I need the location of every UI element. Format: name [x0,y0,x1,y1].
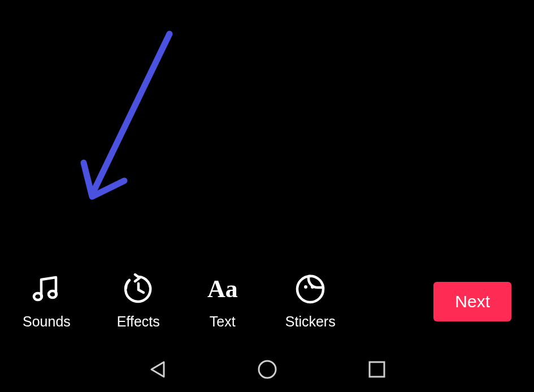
svg-point-2 [304,285,307,289]
nav-recent-button[interactable] [364,357,389,382]
stickers-label: Stickers [285,313,336,330]
android-nav-bar [0,347,534,392]
effects-label: Effects [117,313,160,330]
effects-tool[interactable]: Effects [117,273,160,330]
sticker-face-icon [294,273,327,306]
svg-point-3 [311,285,314,289]
recent-square-icon [367,359,387,380]
next-button[interactable]: Next [433,282,511,321]
sounds-label: Sounds [23,313,71,330]
svg-point-1 [49,291,57,298]
svg-rect-5 [370,362,384,377]
annotation-arrow [73,23,209,217]
stickers-tool[interactable]: Stickers [285,273,336,330]
svg-point-0 [34,293,42,300]
text-label: Text [210,313,236,330]
tool-group: Sounds Effects Aa Text [23,273,336,330]
svg-point-4 [259,361,276,378]
text-aa-icon: Aa [206,273,239,306]
text-tool[interactable]: Aa Text [206,273,239,330]
nav-home-button[interactable] [255,357,280,382]
sounds-tool[interactable]: Sounds [23,273,71,330]
back-triangle-icon [147,359,168,380]
nav-back-button[interactable] [145,357,170,382]
home-circle-icon [256,358,279,381]
music-note-icon [30,273,63,306]
editor-toolbar: Sounds Effects Aa Text [23,273,511,330]
clock-effects-icon [122,273,155,306]
